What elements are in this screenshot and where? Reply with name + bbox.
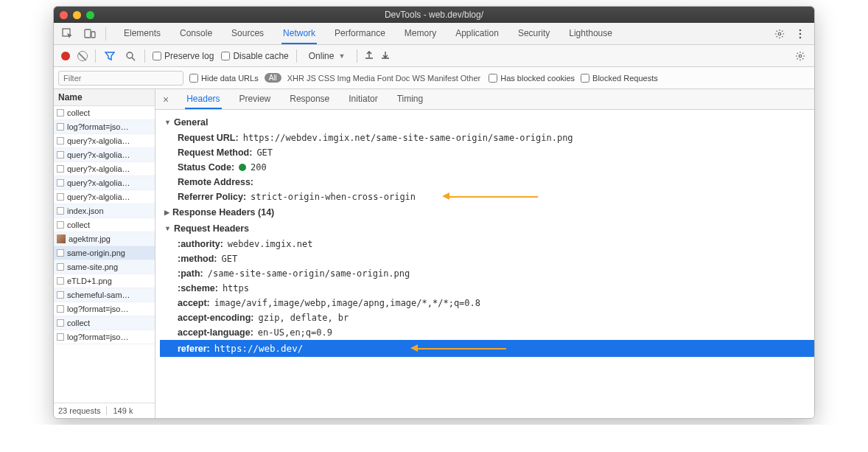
request-name: log?format=jso… — [67, 122, 128, 131]
subtab-response[interactable]: Response — [288, 90, 331, 108]
filter-type-css[interactable]: CSS — [318, 74, 335, 83]
request-row[interactable]: collect — [54, 106, 155, 120]
request-row[interactable]: index.json — [54, 204, 155, 218]
subtab-timing[interactable]: Timing — [396, 90, 425, 108]
filter-type-media[interactable]: Media — [353, 74, 375, 83]
device-toolbar-icon[interactable] — [83, 27, 97, 41]
general-section-header[interactable]: ▼General — [164, 114, 814, 131]
request-name: query?x-algolia… — [67, 192, 130, 201]
search-icon[interactable] — [124, 49, 137, 63]
file-generic-icon — [57, 263, 64, 271]
tab-memory[interactable]: Memory — [403, 24, 438, 44]
tab-console[interactable]: Console — [178, 24, 214, 44]
details-pane: × HeadersPreviewResponseInitiatorTiming … — [155, 89, 814, 418]
request-row[interactable]: collect — [54, 218, 155, 232]
traffic-lights — [60, 11, 94, 19]
filter-type-xhr[interactable]: XHR — [287, 74, 304, 83]
disable-cache-checkbox[interactable]: Disable cache — [221, 51, 288, 61]
subtab-headers[interactable]: Headers — [185, 90, 221, 109]
titlebar: DevTools - web.dev/blog/ — [54, 7, 814, 23]
zoom-window-button[interactable] — [86, 11, 94, 19]
filter-type-doc[interactable]: Doc — [396, 74, 410, 83]
request-row[interactable]: collect — [54, 316, 155, 330]
request-row[interactable]: query?x-algolia… — [54, 162, 155, 176]
request-url-value: https://webdev.imgix.net/same-site-same-… — [243, 133, 573, 143]
subtab-initiator[interactable]: Initiator — [347, 90, 379, 108]
hide-data-urls-checkbox[interactable]: Hide data URLs — [189, 74, 259, 83]
response-headers-section-header[interactable]: ▶Response Headers (14) — [164, 204, 814, 220]
filter-type-font[interactable]: Font — [377, 74, 393, 83]
subtab-preview[interactable]: Preview — [238, 90, 273, 108]
file-generic-icon — [57, 305, 64, 313]
request-name: collect — [67, 220, 90, 229]
network-settings-icon[interactable] — [794, 49, 807, 63]
file-generic-icon — [57, 137, 64, 145]
filter-type-img[interactable]: Img — [337, 74, 350, 83]
annotation-arrow — [442, 193, 538, 201]
request-name: query?x-algolia… — [67, 150, 130, 159]
filter-type-other[interactable]: Other — [461, 74, 481, 83]
request-name: log?format=jso… — [67, 305, 128, 313]
file-generic-icon — [57, 109, 64, 117]
file-generic-icon — [57, 333, 64, 341]
inspect-element-icon[interactable] — [61, 27, 74, 41]
svg-point-5 — [799, 32, 802, 35]
blocked-requests-checkbox[interactable]: Blocked Requests — [581, 74, 658, 83]
request-name: index.json — [67, 206, 104, 215]
filter-type-manifest[interactable]: Manifest — [427, 74, 458, 83]
close-window-button[interactable] — [60, 11, 68, 19]
header-row: :authority:webdev.imgix.net — [164, 237, 814, 251]
request-row[interactable]: log?format=jso… — [54, 330, 155, 344]
referrer-policy-value: strict-origin-when-cross-origin — [251, 192, 416, 202]
request-row[interactable]: same-origin.png — [54, 246, 155, 260]
request-row[interactable]: eTLD+1.png — [54, 274, 155, 288]
referer-header-row: referer: https://web.dev/ — [160, 340, 814, 357]
svg-rect-2 — [91, 32, 95, 38]
status-code-value: 200 — [251, 162, 267, 173]
request-name: query?x-algolia… — [67, 178, 130, 187]
file-generic-icon — [57, 249, 64, 257]
close-details-icon[interactable]: × — [163, 94, 169, 105]
throttling-select[interactable]: Online▼ — [304, 51, 350, 61]
request-row[interactable]: query?x-algolia… — [54, 148, 155, 162]
filter-all-pill[interactable]: All — [265, 73, 281, 83]
filter-icon[interactable] — [103, 49, 116, 63]
clear-button[interactable] — [77, 51, 88, 61]
request-row[interactable]: query?x-algolia… — [54, 134, 155, 148]
tab-application[interactable]: Application — [454, 24, 500, 44]
filter-input[interactable] — [58, 71, 183, 86]
minimize-window-button[interactable] — [73, 11, 81, 19]
file-generic-icon — [57, 193, 64, 201]
has-blocked-cookies-checkbox[interactable]: Has blocked cookies — [489, 74, 575, 83]
tab-network[interactable]: Network — [281, 24, 317, 44]
request-row[interactable]: query?x-algolia… — [54, 176, 155, 190]
record-button[interactable] — [61, 52, 70, 60]
filter-type-js[interactable]: JS — [307, 74, 316, 83]
request-row[interactable]: log?format=jso… — [54, 120, 155, 134]
file-generic-icon — [57, 207, 64, 215]
filter-type-ws[interactable]: WS — [412, 74, 425, 83]
settings-icon[interactable] — [773, 27, 786, 41]
kebab-menu-icon[interactable] — [794, 27, 807, 41]
preserve-log-checkbox[interactable]: Preserve log — [153, 51, 214, 61]
request-list-sidebar: Name collectlog?format=jso…query?x-algol… — [54, 89, 155, 418]
svg-point-6 — [799, 36, 802, 38]
request-row[interactable]: same-site.png — [54, 260, 155, 274]
request-name: same-site.png — [67, 262, 118, 271]
download-har-icon[interactable] — [381, 50, 390, 61]
tab-elements[interactable]: Elements — [122, 24, 162, 44]
upload-har-icon[interactable] — [365, 50, 374, 61]
header-row: accept:image/avif,image/webp,image/apng,… — [164, 296, 814, 310]
tab-sources[interactable]: Sources — [230, 24, 265, 44]
request-row[interactable]: schemeful-sam… — [54, 288, 155, 302]
tab-performance[interactable]: Performance — [333, 24, 387, 44]
request-row[interactable]: agektmr.jpg — [54, 232, 155, 246]
tab-lighthouse[interactable]: Lighthouse — [567, 24, 614, 44]
request-row[interactable]: log?format=jso… — [54, 302, 155, 316]
tab-security[interactable]: Security — [517, 24, 551, 44]
divider — [105, 27, 106, 41]
request-row[interactable]: query?x-algolia… — [54, 190, 155, 204]
request-headers-section-header[interactable]: ▼Request Headers — [164, 220, 814, 237]
window-title: DevTools - web.dev/blog/ — [54, 10, 814, 20]
file-generic-icon — [57, 151, 64, 159]
